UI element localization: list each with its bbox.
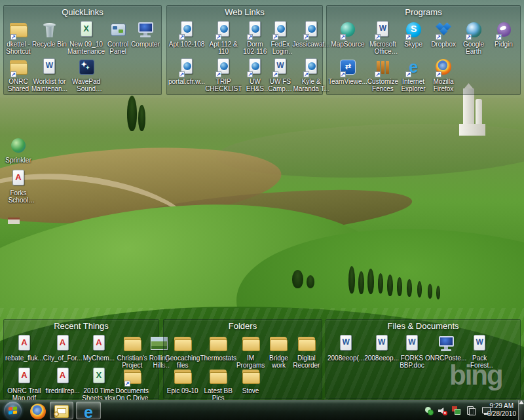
desktop-icon[interactable]: ↗Kyle & Maranda T...: [292, 56, 329, 94]
volume-icon[interactable]: x: [438, 406, 447, 415]
pdf-icon: A: [52, 334, 73, 354]
web-icon: ↗: [176, 20, 197, 40]
desktop-icon[interactable]: W↗Microsoft Office Wo...: [367, 19, 398, 56]
desktop-icon-label: Bridge work: [265, 354, 292, 369]
fence-title: Programs: [327, 6, 520, 19]
desktop-icon-label: ONRCPoste...: [425, 354, 466, 362]
desktop-icon[interactable]: W2008eeop...: [364, 333, 399, 366]
folder-icon: [240, 367, 261, 387]
word-icon: W: [371, 334, 392, 354]
desktop-icon[interactable]: W↗UW FS Campus En...: [268, 56, 292, 94]
desktop-icon[interactable]: ↗UW EH&S MyChem: [242, 56, 268, 94]
desktop-icon[interactable]: ONRCPoste...: [425, 333, 466, 366]
fence-folders: FoldersGeocaching filesThermostatsIM Pro…: [163, 319, 322, 399]
wallpaper-tree: [417, 281, 422, 297]
desktop-icon[interactable]: ↗Dropbox: [428, 19, 458, 56]
desktop-icon-label: Skype: [398, 41, 428, 48]
desktop-icon[interactable]: Control Panel: [105, 19, 131, 56]
folder-icon: [208, 367, 229, 387]
desktop-icon-label: Apt 102-108: [168, 41, 205, 48]
desktop-icon[interactable]: WPack Forest BBP.doc: [466, 333, 493, 366]
desktop-icon[interactable]: ↗Pidgin: [489, 19, 519, 56]
fence-title: Web Links: [167, 6, 322, 19]
desktop-icon[interactable]: ↗dkettel - Shortcut: [5, 19, 31, 56]
pdf-icon: A: [52, 367, 73, 387]
desktop-icon[interactable]: Geocaching files: [165, 333, 200, 366]
start-button[interactable]: [4, 402, 22, 419]
network-status-icon[interactable]: [452, 406, 461, 415]
wallpaper-tree: [407, 279, 412, 297]
desktop-icon-label: Recycle Bin: [31, 41, 67, 48]
desktop-icon[interactable]: ↗Dorm 102-116: [242, 19, 268, 56]
desktop-icon[interactable]: Afiredrillrep...: [43, 366, 82, 398]
desktop-icon[interactable]: W2008eeop(...: [328, 333, 364, 366]
taskbar-button-outlook[interactable]: [50, 402, 73, 419]
outlook-icon: [51, 403, 72, 420]
desktop-icon[interactable]: Sprinkler: [0, 135, 37, 164]
web-icon: ↗: [176, 58, 197, 77]
desktop-icon[interactable]: ↗Google Earth: [458, 19, 489, 56]
wallpaper-tree: [307, 275, 314, 288]
desktop-icon[interactable]: XNew 09_10 Maintenance: [67, 19, 105, 56]
desktop-icon[interactable]: Digital Recorder: [293, 333, 320, 366]
desktop-icon[interactable]: ↗Documents On C Drive: [115, 366, 149, 398]
desktop-icon[interactable]: Bridge work: [265, 333, 292, 366]
desktop-icon-label: Dropbox: [428, 41, 458, 48]
desktop-icon[interactable]: ↗ONRC Shared: [5, 56, 31, 94]
taskbar-button-internet-explorer[interactable]: e: [76, 402, 101, 419]
desktop-icon[interactable]: Stove: [236, 366, 265, 398]
computer-icon: [135, 20, 156, 40]
desktop-icon[interactable]: Recycle Bin: [31, 19, 67, 56]
desktop-icon-label: Worklist for Maintenan...: [31, 78, 67, 92]
desktop-icon[interactable]: AONRC Trail Map.pdf: [5, 366, 43, 398]
desktop-icon[interactable]: S↗Skype: [398, 19, 428, 56]
desktop-icon[interactable]: ✦✦WavePad Sound Editor: [67, 56, 105, 94]
desktop-icon[interactable]: WFORKS BBP.doc: [399, 333, 425, 366]
taskbar-button-firefox[interactable]: [28, 402, 47, 419]
desktop-icon[interactable]: Computer: [131, 19, 160, 56]
desktop-icon[interactable]: Thermostats: [200, 333, 236, 366]
folder-icon: [172, 334, 193, 354]
desktop-icon[interactable]: Arebate_fluk...: [5, 333, 43, 366]
folder-icon: [240, 334, 261, 354]
desktop-icon[interactable]: ↗FedEx Login Page: [268, 19, 292, 56]
folder-icon: [296, 334, 317, 354]
desktop-icon[interactable]: X2010 Time Sheets.xlsx: [82, 366, 115, 398]
desktop-icon-label: 2008eeop(...: [328, 354, 364, 362]
wallpaper-shed: [8, 218, 20, 224]
wallpaper-tree: [367, 269, 374, 294]
desktop-icon[interactable]: Latest BB Pics: [200, 366, 236, 398]
desktop-icon[interactable]: AForks School email.pdf: [0, 168, 37, 204]
desktop-icon[interactable]: IM Prorgams: [236, 333, 265, 366]
desktop-icon-label: UW EH&S MyChem: [242, 78, 268, 92]
folder-icon: [208, 334, 229, 354]
taskbar-clock[interactable]: 9:29 AM 6/28/2010: [487, 402, 517, 418]
desktop-icon[interactable]: ⇄↗TeamViewe...: [328, 56, 367, 94]
tray-status-icon[interactable]: [424, 406, 434, 415]
fence-title: Files & Documents: [326, 320, 520, 333]
desktop-icon[interactable]: ↗Apt 112 & 110: [205, 19, 242, 56]
desktop-icon-label: Computer: [131, 41, 160, 48]
desktop-icon[interactable]: ACity_of_For...: [43, 333, 82, 366]
desktop-icon[interactable]: Christian's Project: [115, 333, 149, 366]
fences-icon: ↗: [372, 58, 393, 77]
desktop-icon[interactable]: ↗Jessicawat...: [292, 19, 329, 56]
web-icon: ↗: [244, 20, 265, 40]
show-desktop-button[interactable]: [518, 400, 524, 420]
desktop-icon[interactable]: ↗Apt 102-108: [168, 19, 205, 56]
desktop-icon[interactable]: e↗Internet Explorer: [398, 56, 428, 94]
desktop-icon[interactable]: ↗Mozilla Firefox: [428, 56, 458, 94]
dropbox-icon: ↗: [433, 20, 454, 40]
desktop-icon-label: Jessicawat...: [292, 41, 329, 48]
mapsource-icon: ↗: [337, 20, 358, 40]
desktop-icon-label: Apt 112 & 110: [205, 41, 242, 55]
desktop-icon[interactable]: ↗portal.cfr.w...: [168, 56, 205, 94]
desktop-icon[interactable]: WWorklist for Maintenan...: [31, 56, 67, 94]
desktop-icon[interactable]: ↗Customize Fences: [367, 56, 398, 94]
desktop-icon[interactable]: AMyChem...: [82, 333, 115, 366]
desktop-icon-label: FedEx Login Page: [268, 41, 292, 55]
desktop-icon[interactable]: ↗MapSource: [328, 19, 367, 56]
desktop-icon[interactable]: Epic 09-10: [165, 366, 200, 398]
desktop-icon[interactable]: ↗TRIP CHECKLIST: [205, 56, 242, 94]
action-center-icon[interactable]: [466, 406, 476, 415]
